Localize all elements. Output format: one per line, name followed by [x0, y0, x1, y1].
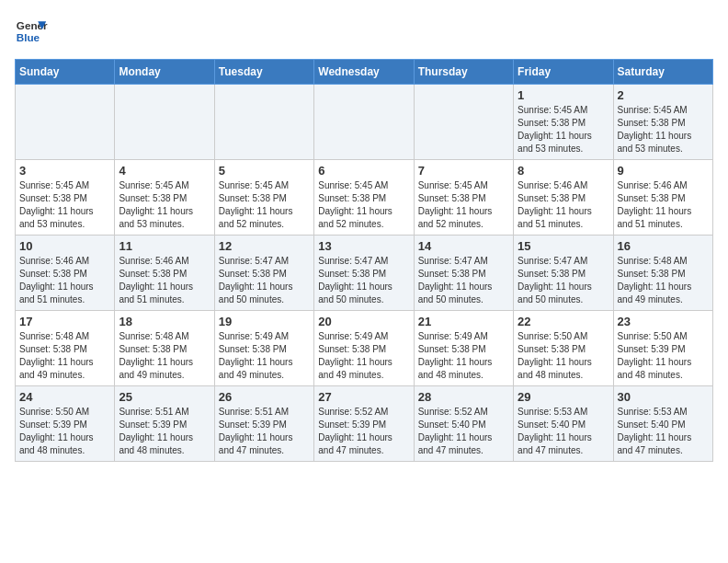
- calendar-cell: 27Sunrise: 5:52 AM Sunset: 5:39 PM Dayli…: [314, 386, 414, 462]
- day-header-sunday: Sunday: [16, 60, 115, 85]
- day-header-saturday: Saturday: [613, 60, 712, 85]
- calendar-cell: 1Sunrise: 5:45 AM Sunset: 5:38 PM Daylig…: [514, 85, 613, 160]
- calendar-cell: 4Sunrise: 5:45 AM Sunset: 5:38 PM Daylig…: [115, 160, 214, 236]
- day-info: Sunrise: 5:51 AM Sunset: 5:39 PM Dayligh…: [119, 406, 210, 457]
- calendar-cell: [414, 85, 513, 160]
- day-number: 3: [19, 164, 110, 178]
- calendar-header: SundayMondayTuesdayWednesdayThursdayFrid…: [16, 60, 713, 85]
- day-info: Sunrise: 5:51 AM Sunset: 5:39 PM Dayligh…: [219, 406, 310, 457]
- day-info: Sunrise: 5:47 AM Sunset: 5:38 PM Dayligh…: [418, 255, 509, 306]
- day-number: 13: [318, 239, 409, 253]
- day-header-friday: Friday: [514, 60, 613, 85]
- day-number: 29: [518, 390, 609, 404]
- day-info: Sunrise: 5:49 AM Sunset: 5:38 PM Dayligh…: [318, 330, 409, 382]
- day-info: Sunrise: 5:48 AM Sunset: 5:38 PM Dayligh…: [19, 330, 110, 382]
- calendar-cell: 22Sunrise: 5:50 AM Sunset: 5:38 PM Dayli…: [514, 311, 613, 386]
- day-number: 22: [518, 315, 609, 328]
- calendar-cell: 8Sunrise: 5:46 AM Sunset: 5:38 PM Daylig…: [514, 160, 613, 236]
- day-info: Sunrise: 5:45 AM Sunset: 5:38 PM Dayligh…: [19, 179, 110, 231]
- day-info: Sunrise: 5:47 AM Sunset: 5:38 PM Dayligh…: [318, 255, 409, 306]
- day-info: Sunrise: 5:49 AM Sunset: 5:38 PM Dayligh…: [418, 330, 509, 382]
- calendar-cell: 20Sunrise: 5:49 AM Sunset: 5:38 PM Dayli…: [314, 311, 414, 386]
- calendar-cell: 25Sunrise: 5:51 AM Sunset: 5:39 PM Dayli…: [115, 386, 214, 462]
- calendar-cell: 5Sunrise: 5:45 AM Sunset: 5:38 PM Daylig…: [214, 160, 313, 236]
- day-number: 26: [219, 390, 310, 404]
- calendar-cell: 16Sunrise: 5:48 AM Sunset: 5:38 PM Dayli…: [613, 236, 712, 311]
- day-info: Sunrise: 5:45 AM Sunset: 5:38 PM Dayligh…: [119, 179, 210, 231]
- day-info: Sunrise: 5:46 AM Sunset: 5:38 PM Dayligh…: [119, 255, 210, 306]
- logo-icon: General Blue: [15, 15, 48, 48]
- calendar-cell: 7Sunrise: 5:45 AM Sunset: 5:38 PM Daylig…: [414, 160, 513, 236]
- day-number: 25: [119, 390, 210, 404]
- calendar-cell: 13Sunrise: 5:47 AM Sunset: 5:38 PM Dayli…: [314, 236, 414, 311]
- day-number: 19: [219, 315, 310, 328]
- day-info: Sunrise: 5:50 AM Sunset: 5:39 PM Dayligh…: [19, 406, 110, 457]
- calendar-week-5: 24Sunrise: 5:50 AM Sunset: 5:39 PM Dayli…: [16, 386, 713, 462]
- day-info: Sunrise: 5:50 AM Sunset: 5:38 PM Dayligh…: [518, 330, 609, 382]
- day-header-wednesday: Wednesday: [314, 60, 414, 85]
- day-info: Sunrise: 5:46 AM Sunset: 5:38 PM Dayligh…: [518, 179, 609, 231]
- day-header-monday: Monday: [115, 60, 214, 85]
- day-info: Sunrise: 5:48 AM Sunset: 5:38 PM Dayligh…: [618, 255, 709, 306]
- day-number: 20: [318, 315, 409, 328]
- day-header-tuesday: Tuesday: [214, 60, 313, 85]
- day-number: 17: [19, 315, 110, 328]
- day-number: 16: [618, 239, 709, 253]
- calendar-cell: 18Sunrise: 5:48 AM Sunset: 5:38 PM Dayli…: [115, 311, 214, 386]
- day-info: Sunrise: 5:45 AM Sunset: 5:38 PM Dayligh…: [318, 179, 409, 231]
- day-number: 5: [219, 164, 310, 178]
- day-number: 2: [618, 88, 709, 102]
- day-number: 23: [618, 315, 709, 328]
- svg-text:Blue: Blue: [17, 31, 40, 43]
- calendar-cell: 14Sunrise: 5:47 AM Sunset: 5:38 PM Dayli…: [414, 236, 513, 311]
- calendar-cell: [314, 85, 414, 160]
- day-info: Sunrise: 5:48 AM Sunset: 5:38 PM Dayligh…: [119, 330, 210, 382]
- day-info: Sunrise: 5:53 AM Sunset: 5:40 PM Dayligh…: [618, 406, 709, 457]
- calendar-cell: 12Sunrise: 5:47 AM Sunset: 5:38 PM Dayli…: [214, 236, 313, 311]
- calendar-table: SundayMondayTuesdayWednesdayThursdayFrid…: [15, 59, 713, 462]
- day-number: 8: [518, 164, 609, 178]
- day-number: 18: [119, 315, 210, 328]
- day-number: 4: [119, 164, 210, 178]
- logo: General Blue: [15, 15, 48, 48]
- calendar-week-4: 17Sunrise: 5:48 AM Sunset: 5:38 PM Dayli…: [16, 311, 713, 386]
- calendar-cell: 21Sunrise: 5:49 AM Sunset: 5:38 PM Dayli…: [414, 311, 513, 386]
- day-number: 6: [318, 164, 409, 178]
- calendar-cell: 17Sunrise: 5:48 AM Sunset: 5:38 PM Dayli…: [16, 311, 115, 386]
- calendar-cell: 10Sunrise: 5:46 AM Sunset: 5:38 PM Dayli…: [16, 236, 115, 311]
- day-info: Sunrise: 5:45 AM Sunset: 5:38 PM Dayligh…: [618, 104, 709, 155]
- calendar-cell: 23Sunrise: 5:50 AM Sunset: 5:39 PM Dayli…: [613, 311, 712, 386]
- calendar-cell: 9Sunrise: 5:46 AM Sunset: 5:38 PM Daylig…: [613, 160, 712, 236]
- day-number: 1: [518, 88, 609, 102]
- calendar-week-2: 3Sunrise: 5:45 AM Sunset: 5:38 PM Daylig…: [16, 160, 713, 236]
- day-info: Sunrise: 5:46 AM Sunset: 5:38 PM Dayligh…: [618, 179, 709, 231]
- day-number: 9: [618, 164, 709, 178]
- day-info: Sunrise: 5:47 AM Sunset: 5:38 PM Dayligh…: [518, 255, 609, 306]
- calendar-cell: 6Sunrise: 5:45 AM Sunset: 5:38 PM Daylig…: [314, 160, 414, 236]
- day-number: 12: [219, 239, 310, 253]
- day-info: Sunrise: 5:46 AM Sunset: 5:38 PM Dayligh…: [19, 255, 110, 306]
- day-info: Sunrise: 5:50 AM Sunset: 5:39 PM Dayligh…: [618, 330, 709, 382]
- day-info: Sunrise: 5:52 AM Sunset: 5:40 PM Dayligh…: [418, 406, 509, 457]
- day-number: 15: [518, 239, 609, 253]
- day-number: 21: [418, 315, 509, 328]
- day-number: 10: [19, 239, 110, 253]
- calendar-cell: 3Sunrise: 5:45 AM Sunset: 5:38 PM Daylig…: [16, 160, 115, 236]
- calendar-cell: [214, 85, 313, 160]
- day-number: 27: [318, 390, 409, 404]
- header: General Blue: [15, 15, 713, 48]
- day-info: Sunrise: 5:49 AM Sunset: 5:38 PM Dayligh…: [219, 330, 310, 382]
- calendar-cell: 28Sunrise: 5:52 AM Sunset: 5:40 PM Dayli…: [414, 386, 513, 462]
- calendar-cell: 29Sunrise: 5:53 AM Sunset: 5:40 PM Dayli…: [514, 386, 613, 462]
- day-number: 7: [418, 164, 509, 178]
- calendar-cell: 24Sunrise: 5:50 AM Sunset: 5:39 PM Dayli…: [16, 386, 115, 462]
- calendar-cell: 26Sunrise: 5:51 AM Sunset: 5:39 PM Dayli…: [214, 386, 313, 462]
- day-info: Sunrise: 5:45 AM Sunset: 5:38 PM Dayligh…: [418, 179, 509, 231]
- day-info: Sunrise: 5:45 AM Sunset: 5:38 PM Dayligh…: [219, 179, 310, 231]
- day-number: 14: [418, 239, 509, 253]
- calendar-cell: 30Sunrise: 5:53 AM Sunset: 5:40 PM Dayli…: [613, 386, 712, 462]
- calendar-cell: 19Sunrise: 5:49 AM Sunset: 5:38 PM Dayli…: [214, 311, 313, 386]
- calendar-cell: [16, 85, 115, 160]
- day-header-thursday: Thursday: [414, 60, 513, 85]
- day-info: Sunrise: 5:47 AM Sunset: 5:38 PM Dayligh…: [219, 255, 310, 306]
